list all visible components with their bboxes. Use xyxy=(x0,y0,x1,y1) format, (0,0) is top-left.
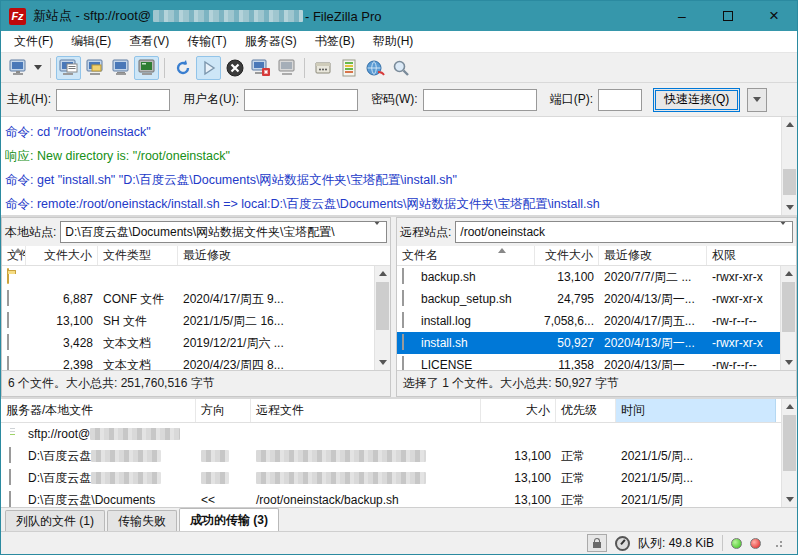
cell-modified xyxy=(178,266,374,288)
menu-edit[interactable]: 编辑(E) xyxy=(62,31,120,52)
local-file-list: 6,887CONF 文件2020/4/17/周五 9...13,100SH 文件… xyxy=(2,266,374,370)
remote-header-perm[interactable]: 权限 xyxy=(707,246,796,265)
table-row[interactable] xyxy=(2,266,374,288)
refresh-icon[interactable] xyxy=(170,56,195,80)
remote-header-size[interactable]: 文件大小 xyxy=(535,246,599,265)
cell-size: 13,100 xyxy=(481,467,556,489)
remote-header-filename[interactable]: 文件名 xyxy=(397,246,535,265)
port-input[interactable] xyxy=(598,89,642,111)
table-row[interactable]: LICENSE11,3582020/4/13/周一-rw-r--r-- xyxy=(397,354,780,370)
table-row[interactable]: install.log7,058,6...2020/4/17/周五...-rw-… xyxy=(397,310,780,332)
local-header-size[interactable]: 文件大小 xyxy=(26,246,98,265)
disconnect-icon[interactable] xyxy=(248,56,273,80)
queue-row[interactable]: D:\百度云盘13,100正常2021/1/5/周... xyxy=(1,445,781,467)
cell-local-file: sftp://root@ xyxy=(1,423,196,445)
queue-header-remote[interactable]: 远程文件 xyxy=(251,399,481,422)
synchronized-browsing-icon[interactable] xyxy=(362,56,387,80)
window-title-prefix: 新站点 - sftp://root@ xyxy=(33,7,151,25)
remote-list-scrollbar[interactable] xyxy=(780,266,796,370)
remote-path-combo[interactable]: /root/oneinstack xyxy=(455,221,793,243)
file-icon xyxy=(402,291,417,307)
queue-row[interactable]: D:\百度云盘13,100正常2021/1/5/周... xyxy=(1,467,781,489)
queue-header-local[interactable]: 服务器/本地文件 xyxy=(1,399,196,422)
table-row[interactable]: install.sh50,9272020/4/13/周一...-rwxr-xr-… xyxy=(397,332,780,354)
queue-row[interactable]: sftp://root@ xyxy=(1,423,781,445)
filter-icon[interactable] xyxy=(310,56,335,80)
table-row[interactable]: 2,398文本文档2020/4/23/周四 8... xyxy=(2,354,374,370)
local-header-type[interactable]: 文件类型 xyxy=(98,246,178,265)
menu-file[interactable]: 文件(F) xyxy=(5,31,62,52)
log-prefix: 响应: xyxy=(5,149,37,163)
menu-transfer[interactable]: 传输(T) xyxy=(178,31,235,52)
table-row[interactable]: 13,100SH 文件2021/1/5/周二 16... xyxy=(2,310,374,332)
table-row[interactable]: 6,887CONF 文件2020/4/17/周五 9... xyxy=(2,288,374,310)
menu-help[interactable]: 帮助(H) xyxy=(364,31,423,52)
message-log-scrollbar[interactable] xyxy=(781,117,797,215)
quickconnect-button[interactable]: 快速连接(Q) xyxy=(653,88,740,112)
tab-successful-transfers[interactable]: 成功的传输 (3) xyxy=(179,508,279,531)
cell-modified: 2020/4/13/周一... xyxy=(599,288,707,310)
queue-header-size[interactable]: 大小 xyxy=(481,399,556,422)
tab-failed-transfers[interactable]: 传输失败 xyxy=(107,510,177,531)
toggle-message-log-icon[interactable] xyxy=(56,56,81,80)
local-path-combo[interactable]: D:\百度云盘\Documents\网站数据文件夹\宝塔配置\ xyxy=(60,221,387,243)
quickconnect-dropdown[interactable] xyxy=(747,88,767,112)
close-button[interactable]: × xyxy=(751,1,797,31)
queue-header-direction[interactable]: 方向 xyxy=(196,399,251,422)
reconnect-icon[interactable] xyxy=(274,56,299,80)
queue-header-priority[interactable]: 优先级 xyxy=(556,399,616,422)
menu-view[interactable]: 查看(V) xyxy=(120,31,178,52)
queue-scrollbar[interactable] xyxy=(781,399,797,507)
local-header-filename[interactable]: 文件名 xyxy=(2,246,26,265)
log-prefix: 命令: xyxy=(5,173,37,187)
redacted-text xyxy=(201,450,229,462)
filename-text: install.sh xyxy=(421,336,468,350)
file-icon xyxy=(402,269,417,285)
lock-icon[interactable] xyxy=(587,534,607,552)
file-icon xyxy=(9,448,24,464)
toggle-local-tree-icon[interactable] xyxy=(82,56,107,80)
menu-bookmarks[interactable]: 书签(B) xyxy=(306,31,364,52)
username-input[interactable] xyxy=(244,89,358,111)
table-row[interactable]: backup_setup.sh24,7952020/4/13/周一...-rwx… xyxy=(397,288,780,310)
site-manager-icon[interactable] xyxy=(5,56,30,80)
speed-limit-icon[interactable] xyxy=(615,536,630,551)
filezilla-window: Fz 新站点 - sftp://root@ - FileZilla Pro – … xyxy=(0,0,798,555)
redacted-text xyxy=(90,428,180,440)
cell-filename xyxy=(2,310,26,332)
cell-size xyxy=(26,266,98,288)
cell-size: 13,100 xyxy=(481,489,556,507)
cell-modified: 2019/12/21/周六 ... xyxy=(178,332,374,354)
table-row[interactable]: 3,428文本文档2019/12/21/周六 ... xyxy=(2,332,374,354)
local-header-modified[interactable]: 最近修改 xyxy=(178,246,390,265)
table-row[interactable]: backup.sh13,1002020/7/7/周二 ...-rwxr-xr-x xyxy=(397,266,780,288)
cell-perm: -rwxr-xr-x xyxy=(707,266,780,288)
remote-list-header: 文件名 文件大小 最近修改 权限 xyxy=(397,246,796,266)
filename-text: install.log xyxy=(421,314,471,328)
minimize-button[interactable]: – xyxy=(659,1,705,31)
queue-header-time[interactable]: 时间 xyxy=(616,399,776,422)
password-input[interactable] xyxy=(423,89,537,111)
find-files-icon[interactable] xyxy=(388,56,413,80)
remote-header-modified[interactable]: 最近修改 xyxy=(599,246,707,265)
directory-comparison-icon[interactable] xyxy=(336,56,361,80)
cell-filename: LICENSE xyxy=(397,354,535,370)
filezilla-logo-icon: Fz xyxy=(9,8,26,25)
site-manager-dropdown-icon[interactable] xyxy=(31,56,45,80)
host-input[interactable] xyxy=(56,89,170,111)
queue-row[interactable]: D:\百度云盘\Documents<</root/oneinstack/back… xyxy=(1,489,781,507)
cancel-icon[interactable] xyxy=(222,56,247,80)
local-list-scrollbar[interactable] xyxy=(374,266,390,370)
cell-modified: 2020/4/17/周五 9... xyxy=(178,288,374,310)
toggle-transfer-queue-icon[interactable] xyxy=(134,56,159,80)
process-queue-icon[interactable] xyxy=(196,56,221,80)
maximize-button[interactable] xyxy=(705,1,751,31)
cell-filename xyxy=(2,288,26,310)
cell-priority xyxy=(556,423,616,445)
menu-server[interactable]: 服务器(S) xyxy=(236,31,306,52)
toggle-remote-tree-icon[interactable] xyxy=(108,56,133,80)
tab-queued-files[interactable]: 列队的文件 (1) xyxy=(5,510,105,531)
cell-size xyxy=(481,423,556,445)
resize-grip[interactable] xyxy=(773,538,783,548)
cell-modified: 2021/1/5/周二 16... xyxy=(178,310,374,332)
